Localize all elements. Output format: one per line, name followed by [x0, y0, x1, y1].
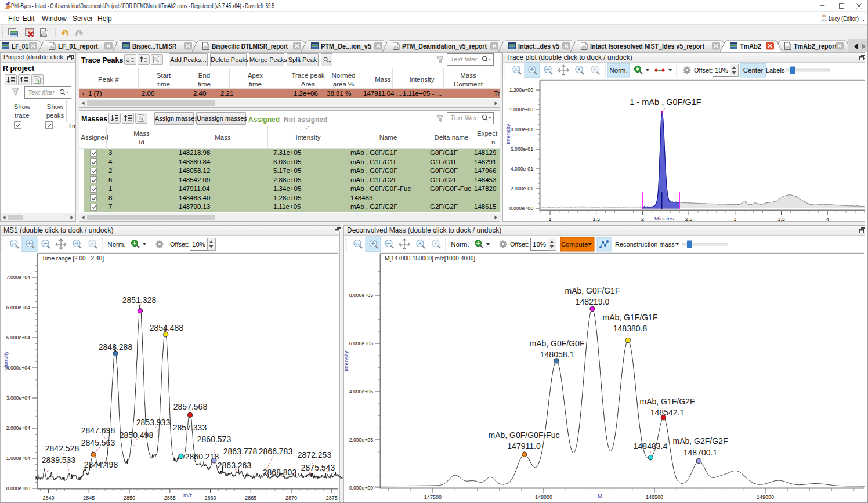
svg-text:Norm.: Norm. — [451, 241, 469, 248]
svg-text:1:1: 1:1 — [514, 68, 519, 71]
svg-text:2868.803: 2868.803 — [263, 468, 297, 477]
svg-text:mAb, G0F/G1F: mAb, G0F/G1F — [565, 286, 620, 295]
svg-text:2842.528: 2842.528 — [45, 444, 79, 453]
svg-text:Offset:: Offset: — [694, 67, 713, 74]
svg-text:6.000e+05: 6.000e+05 — [349, 341, 373, 346]
svg-text:PTM_De...ion_v5: PTM_De...ion_v5 — [321, 42, 371, 50]
svg-text:148219.0: 148219.0 — [576, 297, 610, 306]
svg-text:2850: 2850 — [124, 495, 135, 501]
svg-text:2: 2 — [641, 216, 644, 222]
svg-text:M[147000-150000] m/z[1000-4000: M[147000-150000] m/z[1000-4000] — [385, 255, 475, 262]
svg-text:mAb, G2F/G2F: mAb, G2F/G2F — [673, 436, 728, 446]
svg-text:Intact Isoresolved NIST_Ides v: Intact Isoresolved NIST_Ides v5_report — [590, 42, 704, 50]
svg-text:TmAb2: TmAb2 — [740, 42, 761, 50]
svg-text:4.000e+05: 4.000e+05 — [349, 389, 373, 395]
svg-text:Bispecific DTLMISR_report: Bispecific DTLMISR_report — [212, 42, 288, 50]
svg-text:2860: 2860 — [204, 495, 216, 501]
svg-text:3.5: 3.5 — [777, 216, 785, 222]
svg-text:10%: 10% — [715, 67, 728, 74]
svg-text:Intensity: Intensity — [2, 351, 9, 372]
svg-text:2863.778: 2863.778 — [223, 447, 258, 456]
svg-text:2845.563: 2845.563 — [81, 438, 115, 447]
svg-text:1:1: 1:1 — [355, 242, 360, 245]
svg-text:0.000e+00: 0.000e+00 — [509, 205, 533, 211]
svg-text:m/z: m/z — [183, 492, 193, 498]
svg-text:PMI-Byos - Intact - C:\Users\d: PMI-Byos - Intact - C:\Users\drluc\Docum… — [11, 2, 274, 9]
svg-text:2872.253: 2872.253 — [298, 450, 332, 459]
svg-text:Time range [2.00 - 2.40]: Time range [2.00 - 2.40] — [42, 255, 104, 262]
svg-text:2855: 2855 — [164, 495, 176, 501]
svg-text:2854.488: 2854.488 — [150, 323, 184, 332]
svg-text:1.200e+00: 1.200e+00 — [509, 87, 533, 93]
svg-text:M: M — [598, 493, 602, 499]
svg-text:2848.288: 2848.288 — [99, 342, 133, 352]
svg-text:2840: 2840 — [42, 495, 54, 501]
svg-text:Norm.: Norm. — [609, 67, 627, 74]
svg-text:2875.543: 2875.543 — [301, 463, 335, 472]
svg-text:149000: 149000 — [757, 494, 774, 500]
svg-text:2850.498: 2850.498 — [120, 430, 154, 440]
svg-text:2851.328: 2851.328 — [122, 295, 157, 305]
svg-text:1 - mAb , G0F/G1F: 1 - mAb , G0F/G1F — [630, 97, 701, 107]
svg-text:4.000e+04: 4.000e+04 — [6, 365, 30, 371]
svg-text:10%: 10% — [192, 241, 205, 248]
svg-text:147911.0: 147911.0 — [507, 442, 541, 451]
svg-text:2844.498: 2844.498 — [84, 460, 118, 469]
svg-text:8.000e-01: 8.000e-01 — [511, 126, 533, 132]
svg-text:8.000e+05: 8.000e+05 — [349, 292, 373, 298]
svg-text:3.000e+04: 3.000e+04 — [6, 395, 30, 401]
svg-text:Compute: Compute — [561, 241, 588, 248]
svg-text:2847.698: 2847.698 — [81, 426, 115, 435]
svg-text:148700.1: 148700.1 — [683, 448, 718, 457]
svg-text:5.000e+04: 5.000e+04 — [6, 335, 30, 341]
svg-text:mAb, G0F/G0F: mAb, G0F/G0F — [530, 339, 585, 348]
svg-text:0.000e+00: 0.000e+00 — [349, 485, 373, 491]
svg-text:1.000e+00: 1.000e+00 — [509, 107, 533, 113]
svg-text:147500: 147500 — [424, 494, 442, 500]
svg-text:2839.533: 2839.533 — [42, 455, 76, 465]
svg-text:148483.4: 148483.4 — [634, 442, 668, 451]
svg-text:2845: 2845 — [83, 495, 95, 501]
svg-text:LF_01: LF_01 — [12, 42, 28, 50]
svg-text:3: 3 — [733, 216, 736, 222]
svg-text:Lucy (Editor): Lucy (Editor) — [829, 15, 859, 22]
svg-text:2853.933: 2853.933 — [136, 418, 171, 427]
svg-text:148000: 148000 — [535, 494, 552, 500]
svg-text:Intensity: Intensity — [505, 124, 511, 144]
svg-text:2870: 2870 — [285, 495, 297, 501]
svg-text:2866.783: 2866.783 — [259, 447, 293, 456]
svg-text:1.000e+04: 1.000e+04 — [6, 455, 30, 461]
svg-text:LF_01_report: LF_01_report — [58, 42, 98, 50]
svg-text:2.000e+04: 2.000e+04 — [6, 425, 30, 431]
svg-text:2860.573: 2860.573 — [197, 435, 232, 444]
svg-text:7.000e+04: 7.000e+04 — [6, 274, 30, 280]
svg-text:TmAb2_report: TmAb2_report — [794, 42, 837, 50]
svg-text:mAb, G1F/G2F: mAb, G1F/G2F — [640, 397, 695, 406]
svg-text:Labels: Labels — [766, 67, 785, 74]
svg-text:2865: 2865 — [245, 495, 256, 501]
svg-text:148380.8: 148380.8 — [613, 324, 648, 333]
svg-text:Reconstruction mass: Reconstruction mass — [615, 241, 675, 248]
svg-text:2.000e-01: 2.000e-01 — [511, 186, 533, 191]
svg-text:6.000e+04: 6.000e+04 — [6, 305, 30, 310]
svg-text:mAb, G0F/G0F-Fuc: mAb, G0F/G0F-Fuc — [489, 430, 560, 440]
svg-text:1: 1 — [548, 216, 551, 222]
svg-text:Intact...des v5: Intact...des v5 — [518, 42, 559, 50]
svg-text:0.000e+00: 0.000e+00 — [6, 486, 30, 491]
svg-text:Offset:: Offset: — [170, 241, 189, 248]
svg-text:mAb, G1F/G1F: mAb, G1F/G1F — [603, 313, 658, 322]
svg-text:148058.1: 148058.1 — [540, 350, 574, 359]
svg-text:1:1: 1:1 — [12, 242, 16, 245]
svg-text:Intensity: Intensity — [343, 350, 349, 371]
svg-text:Offset:: Offset: — [510, 241, 529, 248]
svg-text:Minutes: Minutes — [654, 215, 674, 222]
svg-text:Bispec...TLMISR: Bispec...TLMISR — [132, 42, 176, 50]
svg-text:10%: 10% — [533, 241, 546, 248]
svg-text:2.5: 2.5 — [685, 216, 693, 222]
svg-text:2857.568: 2857.568 — [173, 402, 208, 411]
svg-text:6.000e-01: 6.000e-01 — [511, 146, 533, 152]
svg-text:Center: Center — [743, 67, 764, 74]
svg-text:1.5: 1.5 — [592, 216, 600, 222]
svg-text:148500: 148500 — [646, 494, 663, 500]
svg-text:2863.263: 2863.263 — [218, 461, 252, 470]
